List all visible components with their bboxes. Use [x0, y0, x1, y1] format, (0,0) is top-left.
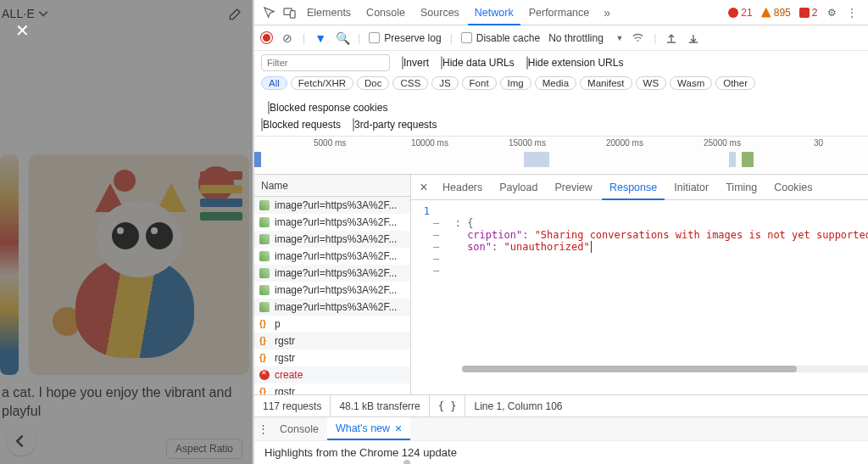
column-header-name[interactable]: Name — [254, 175, 410, 197]
third-party-checkbox[interactable]: 3rd-party requests — [353, 119, 437, 131]
request-row[interactable]: image?url=https%3A%2F... — [254, 299, 410, 316]
tab-elements[interactable]: Elements — [300, 0, 358, 25]
chip-fetchxhr[interactable]: Fetch/XHR — [291, 76, 353, 90]
warning-count[interactable]: 895 — [758, 7, 794, 19]
chip-other[interactable]: Other — [715, 76, 755, 90]
h-scrollbar[interactable] — [462, 366, 868, 372]
dtab-timing[interactable]: Timing — [718, 175, 765, 200]
dtab-preview[interactable]: Preview — [547, 175, 599, 200]
request-name: image?url=https%3A%2F... — [275, 216, 397, 228]
tick: 25000 ms — [704, 138, 741, 148]
close-icon[interactable]: ✕ — [15, 20, 30, 41]
blocked-cookies-checkbox[interactable]: Blocked response cookies — [268, 102, 387, 114]
chip-js[interactable]: JS — [431, 76, 458, 90]
issue-count[interactable]: 2 — [796, 7, 821, 19]
dtab-cookies[interactable]: Cookies — [766, 175, 820, 200]
response-body[interactable]: 1 – : { – cription": "Sharing conversati… — [411, 200, 868, 394]
chip-manifest[interactable]: Manifest — [580, 76, 632, 90]
image-thumb-prev[interactable] — [0, 154, 19, 375]
chip-img[interactable]: Img — [500, 76, 531, 90]
drawer-tab-console[interactable]: Console — [271, 417, 327, 440]
upload-icon[interactable] — [665, 32, 679, 44]
chip-ws[interactable]: WS — [636, 76, 667, 90]
app-title[interactable]: ALL·E — [2, 7, 48, 20]
json-icon: {} — [259, 353, 270, 363]
whatsnew-headline: Highlights from the Chrome 124 update — [254, 440, 868, 464]
caption-text: a cat. I hope you enjoy the vibrant and … — [0, 375, 253, 420]
dtab-headers[interactable]: Headers — [435, 175, 490, 200]
kebab-icon[interactable]: ⋮ — [843, 7, 861, 19]
tick: 15000 ms — [509, 138, 546, 148]
status-transfer: 48.1 kB transferre — [331, 395, 429, 416]
detail-close-icon[interactable]: × — [415, 180, 433, 195]
json-icon: {} — [259, 336, 270, 346]
prev-button[interactable] — [7, 427, 36, 456]
scrollbar-thumb[interactable] — [403, 460, 410, 464]
request-name: p — [275, 318, 281, 330]
filter-input[interactable] — [261, 54, 390, 71]
pretty-print-icon[interactable]: { } — [430, 395, 466, 416]
status-cursor: Line 1, Column 106 — [465, 395, 570, 416]
record-button[interactable] — [261, 32, 272, 43]
request-row[interactable]: {}p — [254, 316, 410, 333]
tab-network[interactable]: Network — [468, 0, 520, 25]
throttling-select[interactable]: No throttling ▼ — [548, 32, 623, 44]
device-toolbar-icon[interactable] — [280, 6, 298, 19]
hide-ext-urls-checkbox[interactable]: Hide extension URLs — [526, 57, 624, 69]
chip-all[interactable]: All — [261, 76, 287, 90]
inspect-icon[interactable] — [259, 6, 278, 19]
gear-icon[interactable]: ⚙ — [822, 7, 841, 19]
error-icon — [259, 370, 270, 380]
search-icon[interactable]: 🔍 — [336, 31, 349, 45]
request-row[interactable]: {}rgstr — [254, 333, 410, 349]
drawer-close-icon[interactable]: × — [862, 417, 868, 440]
image-thumb-main[interactable] — [29, 154, 249, 375]
chip-wasm[interactable]: Wasm — [670, 76, 712, 90]
request-row[interactable]: image?url=https%3A%2F... — [254, 248, 410, 265]
request-name: create — [275, 369, 303, 381]
wifi-icon[interactable] — [632, 31, 645, 44]
close-devtools-icon[interactable]: ✕ — [863, 7, 868, 19]
tab-console[interactable]: Console — [359, 0, 412, 25]
status-requests: 117 requests — [254, 395, 331, 416]
filter-icon[interactable]: ▼ — [314, 31, 327, 45]
disable-cache-checkbox[interactable]: Disable cache — [461, 32, 540, 44]
chip-media[interactable]: Media — [535, 76, 576, 90]
request-name: rgstr — [275, 352, 295, 364]
request-row[interactable]: image?url=https%3A%2F... — [254, 265, 410, 282]
chip-css[interactable]: CSS — [392, 76, 428, 90]
error-count[interactable]: 21 — [725, 7, 755, 19]
chip-doc[interactable]: Doc — [357, 76, 389, 90]
clear-icon[interactable]: ⊘ — [281, 31, 294, 45]
request-row[interactable]: image?url=https%3A%2F... — [254, 282, 410, 299]
chevron-left-icon — [14, 434, 28, 448]
request-row[interactable]: image?url=https%3A%2F... — [254, 214, 410, 231]
request-name: rgstr — [275, 386, 295, 394]
request-row[interactable]: create — [254, 366, 410, 383]
drawer-tab-whatsnew[interactable]: What's new× — [327, 417, 410, 440]
request-detail: × Headers Payload Preview Response Initi… — [411, 175, 868, 394]
dtab-response[interactable]: Response — [602, 175, 665, 200]
request-row[interactable]: image?url=https%3A%2F... — [254, 231, 410, 248]
filter-bar: Invert Hide data URLs Hide extension URL… — [254, 51, 868, 137]
chip-font[interactable]: Font — [462, 76, 497, 90]
more-tabs-icon[interactable]: » — [598, 6, 616, 20]
hide-data-urls-checkbox[interactable]: Hide data URLs — [441, 57, 515, 69]
request-row[interactable]: {}rgstr — [254, 383, 410, 394]
compose-icon[interactable] — [227, 5, 244, 22]
tab-performance[interactable]: Performance — [522, 0, 597, 25]
blocked-requests-checkbox[interactable]: Blocked requests — [261, 119, 341, 131]
dtab-payload[interactable]: Payload — [492, 175, 545, 200]
request-row[interactable]: {}rgstr — [254, 349, 410, 366]
request-name: image?url=https%3A%2F... — [275, 284, 397, 296]
devtools-panel: Elements Console Sources Network Perform… — [254, 0, 868, 464]
invert-checkbox[interactable]: Invert — [402, 57, 429, 69]
preserve-log-checkbox[interactable]: Preserve log — [369, 32, 441, 44]
download-icon[interactable] — [687, 32, 701, 44]
timeline-overview[interactable]: 5000 ms 10000 ms 15000 ms 20000 ms 25000… — [254, 137, 868, 175]
dtab-initiator[interactable]: Initiator — [666, 175, 716, 200]
drawer-kebab-icon[interactable]: ⋮ — [254, 417, 271, 440]
request-row[interactable]: image?url=https%3A%2F... — [254, 197, 410, 214]
tab-sources[interactable]: Sources — [414, 0, 466, 25]
aspect-ratio-button[interactable]: Aspect Ratio — [166, 439, 242, 459]
